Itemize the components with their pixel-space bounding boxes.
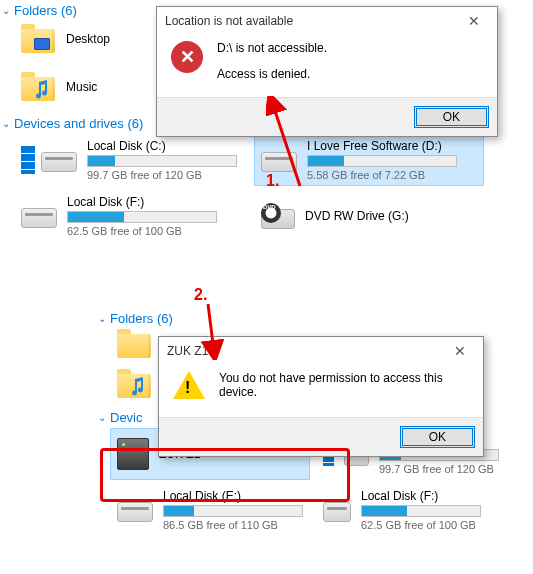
dialog-message: You do not have permission to access thi… [219,371,469,399]
warning-icon [173,371,205,399]
drive-local-c[interactable]: Local Disk (C:) 99.7 GB free of 120 GB [14,134,244,186]
close-icon[interactable]: ✕ [445,343,475,359]
capacity-bar [361,505,481,517]
windows-stripe-icon [21,146,35,174]
chevron-down-icon: ⌄ [2,118,10,129]
drive-free: 99.7 GB free of 120 GB [379,463,499,475]
folder-icon [116,369,152,399]
folder-icon [20,72,56,102]
folder-icon [116,329,152,359]
capacity-bar [163,505,303,517]
capacity-bar [67,211,217,223]
folder-label: Desktop [66,32,110,46]
drive-free: 5.58 GB free of 7.22 GB [307,169,477,181]
annotation-arrow-1 [266,96,316,190]
drive-icon [41,148,77,172]
dialog-location-unavailable: Location is not available ✕ ✕ D:\ is not… [156,6,498,137]
devices-label: Devices and drives (6) [14,116,143,131]
dialog-message-1: D:\ is not accessible. [217,41,327,55]
folder-icon [20,24,56,54]
annotation-arrow-2 [200,300,224,360]
ok-button[interactable]: OK [400,426,475,448]
error-icon: ✕ [171,41,203,73]
dvd-icon: DVD [261,203,295,229]
drive-icon [21,204,57,228]
dialog-title: Location is not available [165,14,293,28]
drive-local-f[interactable]: Local Disk (F:) 62.5 GB free of 100 GB [14,190,244,242]
nested-folders-label: Folders (6) [110,311,173,326]
nested-folders-header[interactable]: ⌄ Folders (6) [96,308,516,329]
drive-free: 99.7 GB free of 120 GB [87,169,237,181]
drive-name: DVD RW Drive (G:) [305,209,477,223]
chevron-down-icon: ⌄ [98,313,106,324]
drive-name: Local Disk (C:) [87,139,237,153]
folder-label: Music [66,80,97,94]
ok-button[interactable]: OK [414,106,489,128]
close-icon[interactable]: ✕ [459,13,489,29]
drive-free: 62.5 GB free of 100 GB [361,519,499,531]
annotation-red-box [100,448,350,502]
drive-name: I Love Free Software (D:) [307,139,477,153]
chevron-down-icon: ⌄ [98,412,106,423]
capacity-bar [307,155,457,167]
dialog-message-2: Access is denied. [217,67,327,81]
folders-label: Folders (6) [14,3,77,18]
svg-line-0 [272,102,300,186]
nested-devices-label: Devic [110,410,143,425]
chevron-down-icon: ⌄ [2,5,10,16]
drive-free: 86.5 GB free of 110 GB [163,519,303,531]
svg-line-1 [208,304,214,352]
capacity-bar [87,155,237,167]
drive-free: 62.5 GB free of 100 GB [67,225,237,237]
drive-name: Local Disk (F:) [67,195,237,209]
drive-dvd-g[interactable]: DVD DVD RW Drive (G:) [254,190,484,242]
drive-name: Local Disk (F:) [361,489,499,503]
